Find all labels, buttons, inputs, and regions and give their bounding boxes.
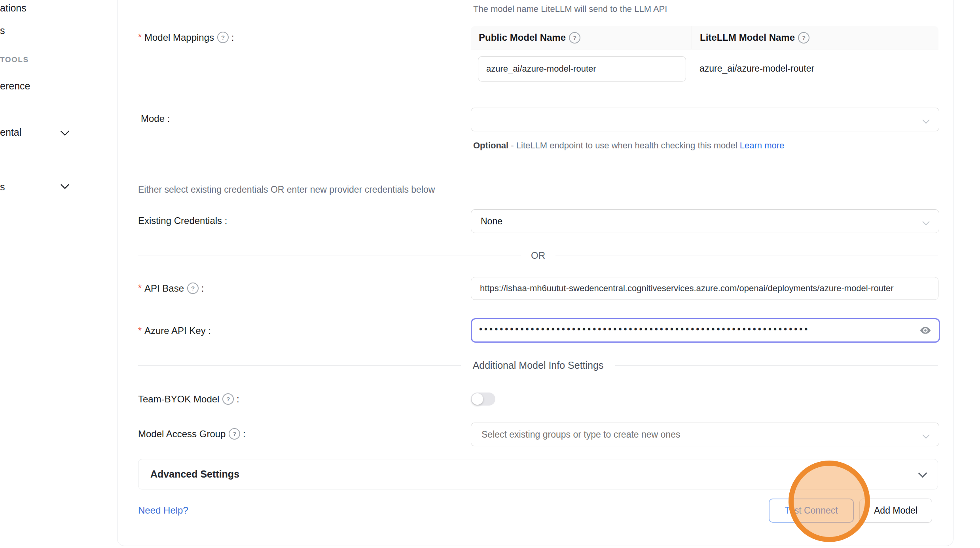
public-model-name-header-text: Public Model Name [479,32,566,43]
litellm-model-name-header-text: LiteLLM Model Name [700,32,795,43]
test-connect-button[interactable]: Test Connect [769,499,854,523]
chevron-down-icon [61,180,70,190]
masked-api-key: ••••••••••••••••••••••••••••••••••••••••… [479,324,919,335]
divider-line [138,365,461,366]
help-circle-icon[interactable] [187,283,199,294]
chevron-down-icon [922,218,929,225]
azure-api-key-label: Azure API Key [138,325,211,336]
model-access-group-label: Model Access Group [138,428,246,440]
divider-line [138,256,521,256]
chevron-down-icon [918,468,927,478]
help-circle-icon[interactable] [569,32,580,44]
model-access-group-label-text: Model Access Group [138,429,226,440]
azure-api-key-label-text: Azure API Key [144,325,206,336]
sidebar-item-users[interactable]: s [0,25,5,36]
model-mapping-row: azure_ai/azure-model-router [471,49,938,88]
public-model-name-input[interactable] [478,56,686,82]
api-base-label-text: API Base [144,283,184,294]
sidebar-item-organizations[interactable]: ations [0,2,27,14]
mode-label-text: Mode [141,113,165,124]
existing-credentials-label-text: Existing Credentials [138,215,222,226]
model-mappings-table-header: Public Model Name LiteLLM Model Name [471,26,938,49]
credentials-hint: Either select existing credentials OR en… [138,184,435,195]
eye-icon[interactable] [919,324,932,337]
additional-settings-divider-text: Additional Model Info Settings [473,360,604,371]
sidebar-item-settings[interactable]: s [0,181,5,193]
help-circle-icon[interactable] [217,32,229,43]
toggle-knob [472,393,483,405]
model-mappings-table: Public Model Name LiteLLM Model Name azu… [471,26,938,88]
public-model-name-header: Public Model Name [471,26,692,49]
model-mappings-label-text: Model Mappings [144,32,214,43]
model-mappings-label: Model Mappings [138,32,234,43]
mode-select[interactable] [471,108,939,131]
or-divider-text: OR [531,250,545,261]
help-circle-icon[interactable] [229,428,240,440]
chevron-down-icon [61,127,70,136]
team-byok-label-text: Team-BYOK Model [138,394,219,405]
team-byok-label: Team-BYOK Model [138,393,239,405]
model-access-group-input[interactable] [481,429,939,440]
advanced-settings-title: Advanced Settings [150,468,239,480]
api-base-label: API Base [138,283,204,294]
chevron-down-icon [922,116,929,123]
existing-credentials-select[interactable]: None [471,209,939,233]
api-base-input[interactable] [471,277,938,300]
litellm-model-name-header: LiteLLM Model Name [692,26,938,49]
help-circle-icon[interactable] [798,32,809,44]
divider-line [615,365,938,366]
sidebar-item-experimental[interactable]: ental [0,127,21,138]
litellm-model-name-value: azure_ai/azure-model-router [692,63,814,74]
or-divider: OR [138,249,938,262]
mode-label: Mode [141,113,170,124]
mode-help-text: Optional - LiteLLM endpoint to use when … [473,137,794,154]
learn-more-link[interactable]: Learn more [740,140,785,150]
add-model-button[interactable]: Add Model [859,499,932,523]
sidebar-section-tools: TOOLS [0,55,29,64]
azure-api-key-input[interactable]: ••••••••••••••••••••••••••••••••••••••••… [471,318,940,343]
need-help-link[interactable]: Need Help? [138,505,188,516]
advanced-settings-panel[interactable]: Advanced Settings [138,459,938,489]
existing-credentials-label: Existing Credentials [138,215,227,226]
divider-line [555,256,938,256]
sidebar-item-api-reference[interactable]: erence [0,80,30,92]
public-model-name-cell [471,56,692,82]
model-access-group-select[interactable] [471,423,939,446]
team-byok-toggle[interactable] [471,393,495,406]
mode-help-rest: - LiteLLM endpoint to use when health ch… [508,140,740,150]
model-name-hint: The model name LiteLLM will send to the … [473,4,667,14]
optional-bold-text: Optional [473,140,508,150]
existing-credentials-value: None [471,216,502,227]
additional-settings-divider: Additional Model Info Settings [138,358,938,372]
help-circle-icon[interactable] [222,393,234,405]
